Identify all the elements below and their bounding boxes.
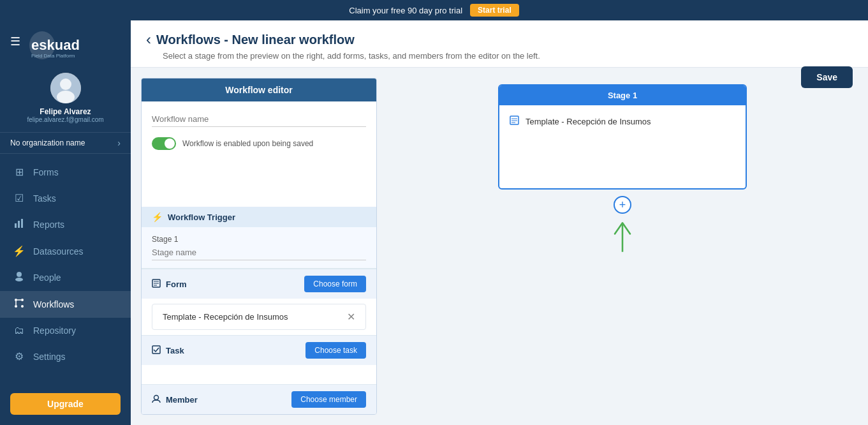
forms-icon: ⊞ <box>13 166 26 178</box>
selected-form-text: Template - Recepción de Insumos <box>163 312 288 322</box>
reports-icon <box>13 218 26 231</box>
sidebar-item-workflows[interactable]: Workflows <box>0 291 131 318</box>
trigger-icon: ⚡ <box>152 212 163 222</box>
eskuad-logo: eskuad Field Data Platform <box>28 29 98 61</box>
svg-point-9 <box>17 272 22 277</box>
workflow-name-group <box>152 112 366 127</box>
datasources-icon: ⚡ <box>13 245 26 257</box>
page-title: Workflows - New linear workflow <box>156 33 355 47</box>
task-icon <box>152 345 161 356</box>
svg-rect-8 <box>21 219 23 228</box>
settings-icon: ⚙ <box>13 350 26 362</box>
start-trial-button[interactable]: Start trial <box>470 4 519 17</box>
page-header: ‹ Workflows - New linear workflow Select… <box>131 20 868 68</box>
user-section: Felipe Alvarez felipe.alvarez.f@gmail.co… <box>0 66 131 132</box>
sidebar-item-people[interactable]: People <box>0 264 131 291</box>
stage-section: Stage 1 <box>142 227 376 269</box>
editor-header: Workflow editor <box>142 78 376 101</box>
sidebar-item-settings[interactable]: ⚙ Settings <box>0 343 131 369</box>
form-section-label: Form <box>166 280 187 289</box>
form-icon <box>152 279 161 290</box>
org-section[interactable]: No organization name › <box>0 132 131 154</box>
reports-label: Reports <box>33 220 64 230</box>
stage-card[interactable]: Stage 1 Template - Recepción de Insumos <box>498 84 747 190</box>
tasks-icon: ☑ <box>13 192 26 204</box>
sidebar-item-tasks[interactable]: ☑ Tasks <box>0 185 131 211</box>
repository-icon: 🗂 <box>13 325 26 336</box>
choose-task-button[interactable]: Choose task <box>305 342 366 359</box>
page-title-row: ‹ Workflows - New linear workflow <box>146 31 853 48</box>
sidebar-item-reports[interactable]: Reports <box>0 211 131 238</box>
hamburger-icon[interactable]: ☰ <box>10 34 20 48</box>
workflows-label: Workflows <box>33 299 74 309</box>
remove-form-button[interactable]: ✕ <box>347 311 355 323</box>
workflows-icon <box>13 298 26 311</box>
sidebar-item-repository[interactable]: 🗂 Repository <box>0 318 131 343</box>
choose-member-button[interactable]: Choose member <box>291 391 366 408</box>
svg-point-11 <box>15 299 17 301</box>
form-subsection-header: Form Choose form <box>142 269 376 299</box>
forms-label: Forms <box>33 167 59 177</box>
svg-point-10 <box>15 278 23 281</box>
people-icon <box>13 271 26 284</box>
sidebar-item-forms[interactable]: ⊞ Forms <box>0 159 131 185</box>
repository-label: Repository <box>33 325 76 336</box>
toggle-row: Workflow is enabled upon being saved <box>152 137 366 150</box>
content-area: ‹ Workflows - New linear workflow Select… <box>131 20 868 425</box>
sidebar-item-datasources[interactable]: ⚡ Datasources <box>0 238 131 264</box>
stage-card-body: Template - Recepción de Insumos <box>499 105 746 188</box>
svg-point-4 <box>60 78 71 90</box>
svg-rect-7 <box>18 221 20 228</box>
editor-body: Workflow is enabled upon being saved <box>142 101 376 207</box>
add-stage-button[interactable]: + <box>614 196 631 214</box>
svg-point-22 <box>154 395 159 399</box>
stage-card-header: Stage 1 <box>499 86 746 105</box>
task-title: Task <box>152 345 184 356</box>
stage-label: Stage 1 <box>152 235 366 244</box>
sidebar: ☰ eskuad Field Data Platform Felipe Alva… <box>0 20 131 425</box>
form-title: Form <box>152 279 187 290</box>
workflow-content: Workflow editor Workflow is enabled upon… <box>131 68 868 425</box>
svg-point-5 <box>57 91 75 103</box>
top-banner: Claim your free 90 day pro trial Start t… <box>0 0 868 20</box>
tasks-label: Tasks <box>33 193 56 204</box>
member-subsection: Member Choose member <box>142 384 376 414</box>
workflow-toggle[interactable] <box>152 137 176 150</box>
org-name: No organization name <box>10 138 85 147</box>
svg-text:eskuad: eskuad <box>31 37 80 53</box>
choose-form-button[interactable]: Choose form <box>304 276 366 292</box>
back-button[interactable]: ‹ <box>146 31 151 48</box>
stage-form-icon <box>510 116 519 127</box>
editor-panel: Workflow editor Workflow is enabled upon… <box>141 78 377 415</box>
svg-rect-6 <box>15 223 17 228</box>
banner-text: Claim your free 90 day pro trial <box>349 6 462 15</box>
logo: eskuad Field Data Platform <box>28 29 121 61</box>
member-icon <box>152 394 161 405</box>
page-subtitle: Select a stage from the preview on the r… <box>163 51 853 61</box>
workflow-name-input[interactable] <box>152 112 366 127</box>
svg-point-14 <box>21 305 24 308</box>
svg-text:Field Data Platform: Field Data Platform <box>31 53 75 59</box>
upgrade-button[interactable]: Upgrade <box>10 393 121 415</box>
stage-preview: Stage 1 Template - Recepción de Insumos … <box>387 78 858 415</box>
selected-form-item: Template - Recepción de Insumos ✕ <box>152 304 366 330</box>
task-subsection-header: Task Choose task <box>142 336 376 365</box>
user-name: Felipe Alvarez <box>40 107 91 116</box>
stage-form-item: Template - Recepción de Insumos <box>510 116 735 127</box>
workflow-trigger-section: ⚡ Workflow Trigger <box>142 207 376 227</box>
datasources-label: Datasources <box>33 246 84 257</box>
task-section-label: Task <box>166 346 184 355</box>
chevron-icon: › <box>117 138 121 148</box>
people-label: People <box>33 272 61 283</box>
member-subsection-header: Member Choose member <box>142 385 376 414</box>
form-subsection: Form Choose form Template - Recepción de… <box>142 269 376 335</box>
svg-point-12 <box>21 299 24 301</box>
main-layout: ☰ eskuad Field Data Platform Felipe Alva… <box>0 20 868 425</box>
toggle-label: Workflow is enabled upon being saved <box>182 139 313 148</box>
nav-items: ⊞ Forms ☑ Tasks Reports ⚡ Datasources <box>0 159 131 383</box>
member-section-label: Member <box>166 395 198 405</box>
stage-name-input[interactable] <box>152 245 366 260</box>
stage-form-name: Template - Recepción de Insumos <box>526 117 651 126</box>
arrow-up-icon <box>610 216 635 255</box>
avatar <box>50 73 81 103</box>
